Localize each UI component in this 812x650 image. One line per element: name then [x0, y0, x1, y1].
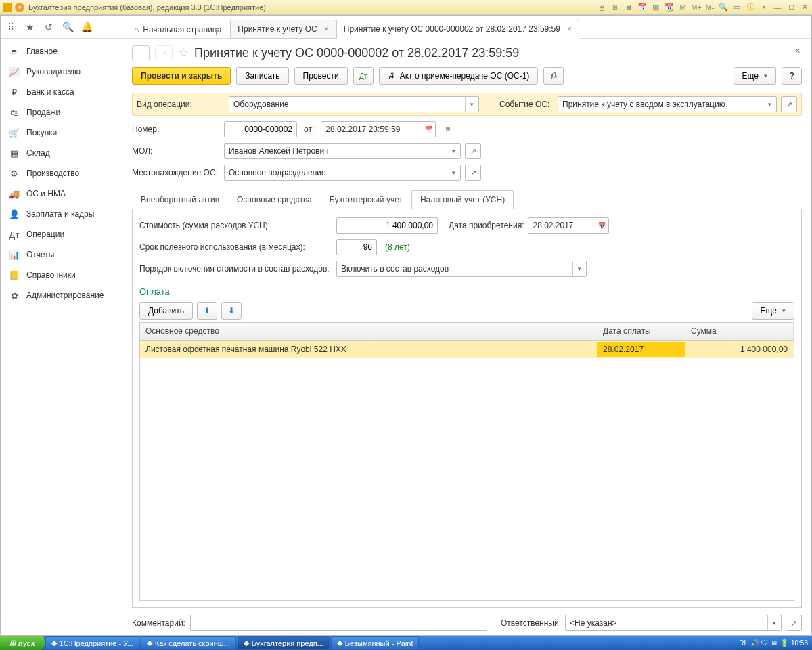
help-icon[interactable]: ⓘ — [746, 3, 755, 12]
calc-icon[interactable]: 🖩 — [624, 3, 633, 12]
minimize-button[interactable]: — — [773, 3, 782, 12]
nav-icon: 📊 — [9, 249, 20, 260]
open-ref-button[interactable]: ↗ — [465, 165, 481, 181]
attach-button[interactable]: ⎙ — [543, 67, 564, 85]
star-icon[interactable]: ★ — [24, 21, 36, 33]
tab-doc-2[interactable]: Принятие к учету ОС 0000-000002 от 28.02… — [336, 20, 579, 39]
search-icon[interactable]: 🔍 — [62, 21, 74, 33]
history-icon[interactable]: ↺ — [43, 21, 55, 33]
table-header-date[interactable]: Дата оплаты — [597, 323, 685, 340]
move-up-button[interactable]: ⬆ — [197, 302, 217, 320]
move-down-button[interactable]: ⬇ — [221, 302, 242, 320]
sidebar-item-6[interactable]: ⚙Производство — [1, 163, 122, 183]
tray-icon[interactable]: 🛡 — [761, 639, 768, 647]
help-drop-icon[interactable]: ▾ — [759, 3, 769, 12]
event-select[interactable]: Принятие к учету с вводом в эксплуатацию… — [558, 96, 777, 112]
titlebar-toolbar: 🖨 🗎 🖩 📅 ▦ 📆 M M+ M- 🔍 ▭ ⓘ ▾ — ◻ ✕ — [597, 3, 809, 12]
tab-close-icon[interactable]: × — [324, 24, 329, 34]
open-ref-button[interactable]: ↗ — [786, 615, 802, 631]
maximize-button[interactable]: ◻ — [786, 3, 796, 12]
system-tray[interactable]: RL 🔊 🛡 🖥 🔋 10:53 — [735, 636, 812, 650]
tab-home-label: Начальная страница — [143, 25, 221, 35]
sidebar-item-4[interactable]: 🛒Покупки — [1, 123, 122, 143]
cost-input[interactable] — [336, 217, 438, 234]
taskbar-task[interactable]: ◆Как сделать скринш... — [141, 636, 236, 649]
expense-order-select[interactable]: Включить в состав расходов▾ — [336, 261, 587, 277]
cell-date[interactable]: 28.02.2017 — [597, 342, 685, 357]
tab-doc-1[interactable]: Принятие к учету ОС × — [230, 20, 336, 39]
inner-tab-1[interactable]: Внеоборотный актив — [132, 190, 228, 209]
inner-tab-4[interactable]: Налоговый учет (УСН) — [411, 190, 514, 209]
open-ref-button[interactable]: ↗ — [465, 143, 481, 159]
tab-close-icon[interactable]: × — [567, 24, 572, 34]
grid-more-button[interactable]: Еще▾ — [752, 302, 794, 320]
responsible-select[interactable]: <Не указан>▾ — [565, 615, 782, 631]
save-button[interactable]: Записать — [236, 67, 288, 85]
mminus-icon[interactable]: M- — [705, 3, 715, 12]
flag-icon[interactable]: ⚑ — [440, 121, 456, 137]
add-row-button[interactable]: Добавить — [139, 302, 193, 320]
calendar-icon[interactable]: 📅 — [637, 3, 647, 12]
inner-tab-2[interactable]: Основные средства — [228, 190, 321, 209]
sidebar-item-3[interactable]: 🛍Продажи — [1, 102, 122, 123]
open-ref-button[interactable]: ↗ — [781, 96, 797, 112]
sidebar-item-0[interactable]: ≡Главное — [1, 41, 122, 62]
number-input[interactable] — [224, 121, 297, 137]
taskbar-task[interactable]: ◆Безымянный - Paint — [331, 636, 420, 649]
m-icon[interactable]: M — [678, 3, 687, 12]
tray-icon[interactable]: 🔋 — [780, 639, 788, 647]
tab-home[interactable]: ⌂ Начальная страница — [125, 20, 230, 39]
operation-type-select[interactable]: Оборудование▾ — [229, 96, 479, 112]
sidebar-item-7[interactable]: 🚚ОС и НМА — [1, 183, 122, 204]
post-button[interactable]: Провести — [294, 67, 348, 85]
sidebar-item-5[interactable]: ▦Склад — [1, 143, 122, 163]
print-icon[interactable]: 🖨 — [597, 3, 606, 12]
post-and-close-button[interactable]: Провести и закрыть — [132, 67, 231, 85]
dtkt-button[interactable]: Дт — [353, 67, 374, 85]
bell-icon[interactable]: 🔔 — [81, 21, 93, 33]
more-button[interactable]: Еще▾ — [734, 67, 776, 85]
table-row[interactable]: Листовая офсетная печатная машина Ryobi … — [140, 341, 794, 358]
date-icon[interactable]: 📆 — [664, 3, 674, 12]
sidebar-item-10[interactable]: 📊Отчеты — [1, 244, 122, 265]
tray-icon[interactable]: 🔊 — [750, 639, 759, 647]
doc-icon[interactable]: 🗎 — [610, 3, 620, 12]
help-button[interactable]: ? — [782, 67, 802, 85]
nav-back-button[interactable]: ← — [132, 45, 150, 60]
act-print-button[interactable]: 🖨Акт о приеме-передаче ОС (ОС-1) — [379, 67, 539, 85]
zoom-icon[interactable]: 🔍 — [719, 3, 728, 12]
start-button[interactable]: ⊞ пуск — [0, 636, 45, 650]
panel-icon[interactable]: ▭ — [732, 3, 742, 12]
date-input[interactable]: 28.02.2017 23:59:59📅 — [321, 121, 436, 137]
dropdown-icon[interactable]: ▾ — [15, 3, 24, 12]
sidebar-item-9[interactable]: ДтОперации — [1, 224, 122, 244]
inner-tab-3[interactable]: Бухгалтерский учет — [321, 190, 411, 209]
taskbar-task[interactable]: ◆Бухгалтерия предп... — [238, 636, 330, 649]
nav-label: Главное — [26, 47, 58, 56]
tray-lang[interactable]: RL — [739, 639, 748, 647]
tray-time[interactable]: 10:53 — [791, 639, 808, 647]
table-header-sum[interactable]: Сумма — [685, 323, 794, 340]
useful-life-input[interactable] — [336, 239, 377, 255]
event-label: Событие ОС: — [499, 100, 554, 109]
sidebar-item-2[interactable]: ₽Банк и касса — [1, 82, 122, 102]
comment-input[interactable] — [190, 615, 487, 631]
sidebar-item-12[interactable]: ✿Администрирование — [1, 285, 122, 305]
tray-icon[interactable]: 🖥 — [771, 639, 777, 647]
close-document-button[interactable]: × — [795, 45, 800, 56]
taskbar-task[interactable]: ◆1С:Предприятие - У... — [45, 636, 139, 649]
nav-forward-button[interactable]: → — [155, 45, 173, 60]
grid-icon[interactable]: ▦ — [651, 3, 660, 12]
mol-select[interactable]: Иванов Алексей Петрович▾ — [224, 143, 461, 159]
sidebar-item-1[interactable]: 📈Руководителю — [1, 62, 122, 82]
close-window-button[interactable]: ✕ — [800, 3, 809, 12]
favorite-icon[interactable]: ☆ — [178, 45, 189, 60]
mplus-icon[interactable]: M+ — [692, 3, 701, 12]
chevron-down-icon: ▾ — [572, 261, 586, 276]
location-select[interactable]: Основное подразделение▾ — [224, 165, 461, 181]
sidebar-item-11[interactable]: 📒Справочники — [1, 265, 122, 285]
table-header-asset[interactable]: Основное средство — [140, 323, 597, 340]
acquisition-date-input[interactable]: 28.02.2017📅 — [528, 217, 609, 234]
sidebar-item-8[interactable]: 👤Зарплата и кадры — [1, 204, 122, 224]
apps-icon[interactable]: ⠿ — [5, 21, 17, 33]
